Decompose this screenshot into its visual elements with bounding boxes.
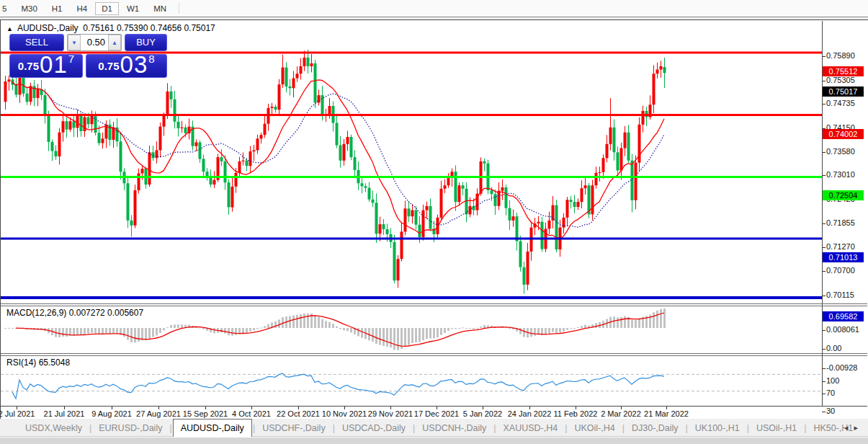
chart-tab-dj30-daily[interactable]: DJ30-,Daily: [625, 419, 685, 437]
time-axis-date-label: 29 Nov 2021: [368, 409, 413, 418]
chart-tab-ukoil-h4[interactable]: UKOil-,H4: [568, 419, 621, 437]
chart-tab-bar: USDX,Weekly|EURUSD-,Daily|AUDUSD-,Daily|…: [0, 419, 868, 437]
timeframe-button-mn[interactable]: MN: [147, 2, 173, 15]
one-click-trading-panel: SELL ▼ 0.50 ▲ BUY 0.75 01 7 0.75 03 8: [9, 34, 167, 97]
price-axis-tick: [822, 247, 826, 248]
tab-scroll-arrows[interactable]: ◂▸: [844, 419, 864, 436]
chart-tab-usdx-weekly[interactable]: USDX,Weekly: [19, 419, 89, 437]
time-axis-date-label: 15 Sep 2021: [183, 409, 228, 418]
price-axis-label: 0.74735: [826, 99, 867, 107]
timeframe-button-w1[interactable]: W1: [120, 2, 146, 15]
price-axis-label: 0.73010: [826, 170, 867, 179]
tab-separator: |: [804, 419, 806, 437]
macd-indicator-label: MACD(12,26,9) 0.007272 0.005607: [6, 308, 143, 318]
sell-price-display[interactable]: 0.75 01 7: [9, 54, 83, 78]
volume-input[interactable]: 0.50: [81, 35, 108, 50]
tab-separator: |: [413, 419, 415, 437]
chart-symbol-label: AUDUSD-,Daily: [17, 23, 79, 33]
chart-tab-usdcad-daily[interactable]: USDCAD-,Daily: [336, 419, 412, 437]
chart-tab-usdcnh-daily[interactable]: USDCNH-,Daily: [416, 419, 493, 437]
price-axis-tick: [822, 104, 826, 105]
rsi-axis-label-tick: [822, 412, 826, 412]
toolbar-separator: [179, 3, 179, 14]
buy-price-pips: 03: [120, 54, 148, 76]
macd-axis-label-tick: [822, 330, 826, 331]
rsi-panel-canvas[interactable]: [1, 356, 867, 405]
chevron-up-icon: ▲: [112, 40, 117, 46]
buy-price-display[interactable]: 0.75 03 8: [86, 54, 167, 78]
time-axis-date-label: 2 Jul 2021: [0, 409, 35, 418]
time-axis-date-label: 4 Oct 2021: [232, 409, 271, 418]
timeframe-button-m30[interactable]: M30: [14, 2, 43, 15]
buy-button[interactable]: BUY: [125, 34, 167, 51]
volume-decrease-button[interactable]: ▼: [68, 35, 81, 50]
price-axis-label: 0.73580: [826, 147, 867, 156]
price-axis-label: 0.71855: [826, 218, 867, 227]
macd-axis-label: -0.00928: [826, 363, 867, 372]
time-axis-date-label: 9 Aug 2021: [91, 409, 132, 418]
chart-tab-eurusd-daily[interactable]: EURUSD-,Daily: [92, 419, 169, 437]
price-axis-tick: [822, 81, 826, 81]
sell-price-pips: 01: [40, 54, 68, 76]
timeframe-toolbar: 5M30H1H4D1W1MN: [0, 0, 868, 17]
time-axis-date-label: 21 Jul 2021: [44, 409, 85, 418]
price-level-badge: 0.72504: [823, 190, 864, 200]
buy-price-point: 8: [148, 55, 154, 63]
chart-tab-uk100-h1[interactable]: UK100-,H1: [689, 419, 746, 437]
timeframe-button-h4[interactable]: H4: [70, 2, 94, 15]
tab-separator: |: [333, 419, 335, 437]
price-level-badge: 0.69582: [823, 311, 864, 321]
macd-axis-label: 0.008061: [826, 325, 867, 334]
time-axis-date-label: 2 Mar 2022: [601, 409, 641, 418]
time-axis[interactable]: 2 Jul 202121 Jul 20219 Aug 202127 Aug 20…: [1, 407, 867, 419]
time-axis-date-label: 24 Jan 2022: [508, 409, 552, 418]
price-level-badge: 0.75512: [823, 66, 864, 76]
chart-tab-usdchf-daily[interactable]: USDCHF-,Daily: [256, 419, 332, 437]
rsi-axis-label-tick: [822, 381, 826, 382]
sell-button[interactable]: SELL: [9, 34, 64, 51]
macd-axis-label-tick: [822, 368, 826, 369]
chart-tab-audusd-daily[interactable]: AUDUSD-,Daily: [173, 419, 252, 437]
chart-tab-xauusd-h4[interactable]: XAUUSD-,H4: [496, 419, 564, 437]
tab-separator: |: [686, 419, 688, 437]
tab-separator: |: [565, 419, 567, 437]
scroll-left-icon[interactable]: ◂: [844, 423, 854, 432]
macd-axis-label: 0.00: [826, 344, 867, 352]
rsi-indicator-label: RSI(14) 65.5048: [6, 358, 70, 368]
time-axis-date-label: 21 Mar 2022: [644, 409, 689, 418]
price-axis-tick: [822, 56, 826, 57]
chart-window[interactable]: 2 Jul 202121 Jul 20219 Aug 202127 Aug 20…: [0, 19, 868, 419]
tab-separator: |: [169, 419, 171, 437]
timeframe-button-d1[interactable]: D1: [95, 2, 119, 15]
price-axis-tick: [822, 175, 826, 176]
macd-axis-label-tick: [822, 349, 826, 350]
price-axis-label: 0.71270: [826, 242, 867, 251]
mt4-window: 5M30H1H4D1W1MN 2 Jul 202121 Jul 20219 Au…: [0, 0, 868, 444]
chart-tab-usoil-h1[interactable]: USOil-,H1: [750, 419, 803, 437]
volume-stepper: ▼ 0.50 ▲: [67, 34, 122, 51]
price-axis-tick: [822, 296, 826, 296]
volume-increase-button[interactable]: ▲: [108, 35, 121, 50]
rsi-axis-label: 70: [826, 388, 867, 397]
tab-separator: |: [622, 419, 625, 437]
price-axis-label: 0.75890: [826, 51, 867, 60]
rsi-axis-label: 100: [826, 376, 867, 385]
price-level-badge: 0.71013: [823, 252, 864, 262]
price-axis-line: [822, 21, 823, 406]
status-bar: [0, 437, 868, 444]
rsi-axis-label: 30: [826, 407, 867, 415]
price-axis-tick: [822, 223, 826, 224]
time-axis-date-label: 11 Feb 2022: [554, 409, 598, 418]
scroll-right-icon[interactable]: ▸: [854, 423, 864, 432]
rsi-axis-label-tick: [822, 394, 826, 394]
price-axis-label: 0.70700: [826, 266, 867, 275]
price-axis-tick: [822, 271, 826, 272]
chevron-down-icon: ▼: [71, 40, 77, 46]
timeframe-button-5[interactable]: 5: [0, 2, 13, 15]
collapse-triangle-icon[interactable]: ▲: [6, 25, 13, 32]
sell-price-point: 7: [68, 55, 74, 63]
timeframe-button-h1[interactable]: H1: [45, 2, 69, 15]
tab-separator: |: [89, 419, 91, 437]
time-axis-date-label: 5 Jan 2022: [463, 409, 502, 418]
price-level-badge: 0.75017: [823, 86, 864, 97]
